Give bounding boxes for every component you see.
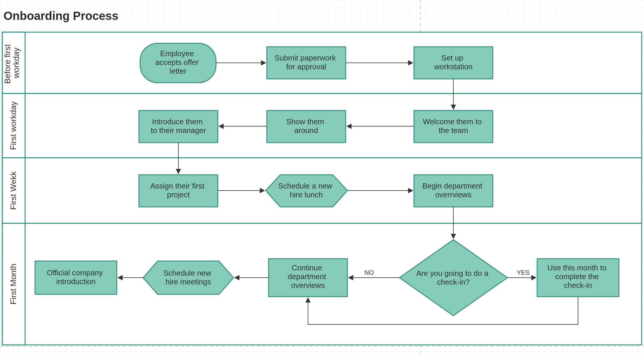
node-lunch[interactable]: Schedule a new hire lunch — [266, 175, 347, 207]
node-assign[interactable]: Assign their first project — [139, 175, 218, 207]
node-meetings[interactable]: Schedule new hire meetings — [143, 261, 234, 294]
node-continue[interactable]: Continue department overviews — [269, 259, 347, 297]
svg-text:Introduce them
    to their ma: Introduce them to their manager — [151, 117, 206, 135]
lane-label-0: Before first workday — [3, 42, 21, 84]
node-workstation[interactable]: Set up workstation — [414, 47, 493, 79]
node-intro-manager[interactable]: Introduce them to their manager — [139, 110, 218, 143]
flowchart-canvas: Onboarding Process Before first workday … — [0, 0, 644, 356]
node-company[interactable]: Official company introduction — [35, 261, 117, 294]
node-use-month[interactable]: Use this month to complete the check-in — [537, 259, 619, 297]
lane-label-2: First Wekk — [9, 171, 18, 210]
svg-text:Schedule new
    hire meetings: Schedule new hire meetings — [163, 269, 213, 286]
node-paperwork[interactable]: Submit paperwork for approval — [267, 47, 346, 79]
svg-text:Before first
    workday: Before first workday — [3, 42, 21, 84]
node-tour[interactable]: Show them around — [267, 110, 346, 143]
edge-label-no: NO — [364, 269, 374, 276]
edge-label-yes: YES — [517, 269, 530, 276]
svg-text:Continue
    department
    ov: Continue department overviews — [288, 263, 328, 290]
node-overview[interactable]: Begin department overrviews — [414, 175, 493, 207]
lane-label-1: First workday — [9, 101, 18, 150]
diagram-title: Onboarding Process — [4, 9, 118, 22]
node-welcome[interactable]: Welcome them to the team — [414, 110, 493, 143]
node-accept[interactable]: Employee accepts offer letter — [140, 43, 216, 83]
lane-label-3: First Month — [9, 264, 18, 305]
